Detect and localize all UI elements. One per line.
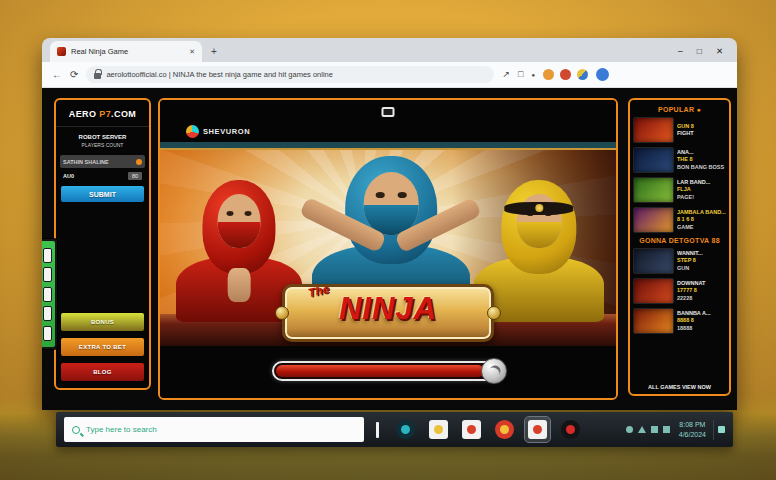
game-panel: SHEVURON bbox=[158, 98, 618, 400]
taskbar-clock[interactable]: 8:08 PM 4/6/2024 bbox=[679, 420, 706, 439]
ext-weather-icon[interactable] bbox=[577, 69, 588, 80]
taskbar-app-edge[interactable] bbox=[393, 417, 418, 442]
thumb-candy-colors bbox=[633, 207, 674, 233]
lock-icon bbox=[94, 73, 101, 79]
input-status-icon bbox=[136, 159, 142, 165]
thumb-jungle-adventure bbox=[633, 177, 674, 203]
ext-red-icon[interactable] bbox=[560, 69, 571, 80]
username-input[interactable]: SATHIN SHALINE bbox=[60, 155, 145, 168]
tab-title: Real Ninja Game bbox=[71, 47, 184, 56]
page-content: AERO P7.COM ROBOT SERVER PLAYERS COUNT S… bbox=[42, 88, 737, 410]
volume-icon[interactable] bbox=[626, 426, 633, 433]
game-item[interactable]: JAMBALA BAND...8 1 6 8GAME bbox=[633, 207, 726, 233]
network-icon[interactable] bbox=[638, 426, 646, 433]
game-item-line: 22228 bbox=[677, 295, 726, 302]
notifications-icon[interactable] bbox=[713, 420, 725, 440]
refresh-button[interactable]: ⟳ bbox=[70, 70, 78, 80]
code-label: AU0 bbox=[63, 173, 74, 179]
share-icon[interactable]: ↗ bbox=[502, 70, 510, 79]
ext-orange-icon[interactable] bbox=[543, 69, 554, 80]
studio-name: SHEVURON bbox=[203, 127, 250, 136]
red-ninja-face bbox=[217, 194, 261, 248]
fullscreen-icon[interactable] bbox=[382, 107, 395, 117]
studio-logo: SHEVURON bbox=[186, 125, 250, 138]
game-item-line: 17777 8 bbox=[677, 287, 726, 294]
system-tray bbox=[626, 426, 670, 433]
sidebar-button-blog[interactable]: BLOG bbox=[61, 363, 144, 381]
window-maximize-button[interactable]: □ bbox=[697, 46, 702, 56]
tab-strip: Real Ninja Game ✕ + – □ ✕ bbox=[42, 38, 737, 62]
game-item-line: LAR BAND... bbox=[677, 179, 726, 186]
sidebar-button-extra-to-bet[interactable]: EXTRA TO BET bbox=[61, 338, 144, 356]
game-item[interactable]: BANNBA A...8888 818888 bbox=[633, 308, 726, 334]
game-item[interactable]: LAR BAND...FLJAPAGE! bbox=[633, 177, 726, 203]
game-item[interactable]: WANNIT...STEP 8GUN bbox=[633, 248, 726, 274]
tab-close-icon[interactable]: ✕ bbox=[189, 48, 195, 56]
code-value: 80 bbox=[128, 172, 142, 180]
share-segment[interactable] bbox=[43, 287, 52, 302]
task-view-icon[interactable] bbox=[376, 422, 379, 438]
game-scene[interactable]: The NINJA bbox=[160, 142, 616, 346]
loading-bar-knob bbox=[481, 358, 507, 384]
window-minimize-button[interactable]: – bbox=[678, 46, 683, 56]
search-text: Type here to search bbox=[86, 425, 157, 434]
game-item-line: GAME bbox=[677, 224, 726, 231]
side-panel-icon[interactable]: □ bbox=[518, 70, 523, 79]
games-footer-link[interactable]: ALL GAMES VIEW NOW bbox=[633, 380, 726, 392]
extension-icons bbox=[543, 69, 588, 80]
taskbar-apps bbox=[393, 417, 583, 442]
game-item[interactable]: DOWNNAT17777 822228 bbox=[633, 278, 726, 304]
browser-toolbar: ← ⟳ aerolottoofficial.co | NINJA the bes… bbox=[42, 62, 737, 88]
share-widget[interactable] bbox=[42, 238, 58, 350]
yellow-ninja-hood bbox=[501, 180, 576, 274]
taskbar-app-files[interactable] bbox=[426, 417, 451, 442]
profile-avatar[interactable] bbox=[596, 68, 609, 81]
share-segment[interactable] bbox=[43, 267, 52, 282]
sidebar-button-bonus[interactable]: BONUS bbox=[61, 313, 144, 331]
submit-button[interactable]: SUBMIT bbox=[61, 186, 144, 202]
right-sidebar: POPULAR ●GUN 8FIGHTANA...THE 8BON BANG B… bbox=[628, 98, 731, 396]
thumb-casino-table bbox=[633, 248, 674, 274]
battery-icon[interactable] bbox=[651, 426, 658, 433]
url-text: aerolottoofficial.co | NINJA the best ni… bbox=[106, 70, 333, 79]
blue-ninja-hood bbox=[345, 156, 437, 264]
taskbar-app-media[interactable] bbox=[459, 417, 484, 442]
taskbar-app-game[interactable] bbox=[492, 417, 517, 442]
browser-tab[interactable]: Real Ninja Game ✕ bbox=[50, 41, 202, 62]
games-list: POPULAR ●GUN 8FIGHTANA...THE 8BON BANG B… bbox=[633, 102, 726, 380]
loading-bar-fill bbox=[276, 365, 484, 377]
sidebar-tagline-1: ROBOT SERVER bbox=[56, 134, 149, 140]
browser-window: Real Ninja Game ✕ + – □ ✕ ← ⟳ aerolottoo… bbox=[42, 38, 737, 410]
taskbar-app-browser-active[interactable] bbox=[525, 417, 550, 442]
taskbar-app-opera[interactable] bbox=[558, 417, 583, 442]
share-segment[interactable] bbox=[43, 306, 52, 321]
game-item-line: 8888 8 bbox=[677, 317, 726, 324]
taskbar: Type here to search 8:08 PM 4/6/2024 bbox=[56, 412, 733, 447]
back-button[interactable]: ← bbox=[52, 70, 62, 80]
game-item[interactable]: ANA...THE 8BON BANG BOSS bbox=[633, 147, 726, 173]
games-section-header: POPULAR ● bbox=[633, 106, 726, 113]
share-segment[interactable] bbox=[43, 326, 52, 341]
clock-date: 4/6/2024 bbox=[679, 430, 706, 439]
game-item-line: GUN bbox=[677, 265, 726, 272]
thumb-night-battle bbox=[633, 147, 674, 173]
share-segment[interactable] bbox=[43, 248, 52, 263]
new-tab-button[interactable]: + bbox=[211, 47, 217, 57]
game-title-banner: The NINJA bbox=[282, 284, 494, 342]
tab-favicon-icon bbox=[57, 47, 66, 56]
address-bar[interactable]: aerolottoofficial.co | NINJA the best ni… bbox=[86, 66, 494, 83]
extensions-icon[interactable]: ● bbox=[531, 72, 535, 78]
game-topbar: SHEVURON bbox=[160, 100, 616, 142]
eye bbox=[227, 211, 234, 216]
red-ninja-hands bbox=[228, 268, 251, 302]
eye bbox=[376, 192, 385, 198]
window-close-button[interactable]: ✕ bbox=[716, 46, 723, 56]
taskbar-search[interactable]: Type here to search bbox=[64, 417, 364, 442]
game-item[interactable]: GUN 8FIGHT bbox=[633, 117, 726, 143]
username-input-value: SATHIN SHALINE bbox=[63, 159, 109, 165]
studio-logo-icon bbox=[186, 125, 199, 138]
thumb-fire-3 bbox=[633, 308, 674, 334]
language-icon[interactable] bbox=[663, 426, 670, 433]
share-widget-track bbox=[42, 241, 55, 347]
site-logo: AERO P7.COM bbox=[56, 100, 149, 127]
